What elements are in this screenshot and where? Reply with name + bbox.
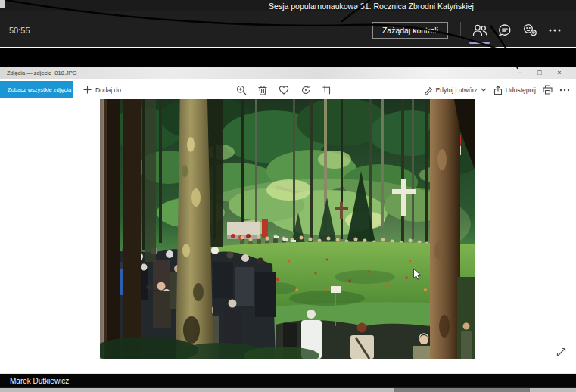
meeting-timer: 50:55 bbox=[9, 26, 30, 35]
photos-titlebar[interactable]: Zdjęcia — zdjecie_018.JPG − □ × bbox=[0, 67, 576, 79]
meeting-titlebar: Sesja popularnonaukowa 81. Rocznica Zbro… bbox=[0, 0, 576, 11]
toolbar-divider bbox=[460, 22, 461, 39]
chevron-down-icon bbox=[481, 88, 487, 92]
favorite-button[interactable] bbox=[279, 85, 289, 95]
restore-button[interactable]: □ bbox=[530, 67, 550, 79]
zoom-in-button[interactable] bbox=[236, 85, 247, 95]
bottom-edge-segment bbox=[394, 388, 530, 392]
share-button[interactable]: Udostępnij bbox=[493, 86, 536, 95]
add-to-button[interactable]: Dodaj do bbox=[83, 81, 121, 98]
edit-icon bbox=[424, 86, 433, 95]
window-bottom-edge bbox=[0, 387, 576, 392]
edit-create-button[interactable]: Edytuj i utwórz bbox=[424, 86, 487, 95]
reactions-button[interactable] bbox=[517, 15, 542, 45]
rotate-icon bbox=[300, 85, 311, 95]
shared-screen-letterbox bbox=[0, 47, 576, 67]
more-button[interactable] bbox=[559, 89, 570, 92]
people-icon bbox=[472, 23, 488, 38]
share-label: Udostępnij bbox=[506, 86, 536, 94]
more-icon bbox=[559, 89, 570, 92]
crop-icon bbox=[322, 85, 332, 95]
edit-create-label: Edytuj i utwórz bbox=[436, 86, 478, 94]
plus-icon bbox=[83, 86, 92, 94]
presenter-name: Marek Dutkiewicz bbox=[10, 377, 69, 385]
see-all-photos-button[interactable]: Zobacz wszystkie zdjęcia bbox=[0, 81, 73, 98]
add-to-label: Dodaj do bbox=[95, 86, 121, 94]
photos-window-title: Zdjęcia — zdjecie_018.JPG bbox=[7, 70, 77, 76]
see-all-photos-label: Zobacz wszystkie zdjęcia bbox=[8, 86, 71, 93]
photo-canvas bbox=[0, 99, 576, 373]
print-button[interactable] bbox=[543, 85, 553, 95]
participants-button[interactable] bbox=[467, 15, 492, 45]
print-icon bbox=[543, 85, 553, 95]
delete-button[interactable] bbox=[258, 85, 267, 95]
favorite-icon bbox=[279, 85, 289, 95]
request-control-button[interactable]: Zażądaj kontroli bbox=[372, 22, 448, 39]
more-options-button[interactable] bbox=[542, 15, 567, 45]
presenter-bar: Marek Dutkiewicz bbox=[0, 373, 576, 387]
minimize-button[interactable]: − bbox=[510, 67, 530, 79]
photos-toolbar: Zobacz wszystkie zdjęcia Dodaj do bbox=[0, 79, 576, 99]
fullscreen-icon[interactable] bbox=[556, 347, 567, 358]
reactions-icon bbox=[522, 23, 538, 38]
delete-icon bbox=[258, 85, 267, 95]
zoom-in-icon bbox=[236, 85, 247, 95]
meeting-toolbar: 50:55 Zażądaj kontroli bbox=[0, 11, 576, 48]
chat-button[interactable] bbox=[492, 15, 517, 45]
teams-meeting-window: Sesja popularnonaukowa 81. Rocznica Zbro… bbox=[0, 0, 576, 392]
crop-button[interactable] bbox=[322, 85, 332, 95]
close-button[interactable]: × bbox=[550, 67, 569, 79]
share-icon bbox=[493, 86, 503, 95]
photos-app-window: Zdjęcia — zdjecie_018.JPG − □ × Zobacz w… bbox=[0, 67, 576, 373]
chat-bubble-icon bbox=[497, 23, 512, 38]
meeting-title: Sesja popularnonaukowa 81. Rocznica Zbro… bbox=[269, 2, 474, 11]
corner-artifact bbox=[0, 0, 5, 8]
rotate-button[interactable] bbox=[300, 85, 311, 95]
shared-photo[interactable] bbox=[100, 99, 475, 359]
ellipsis-icon bbox=[548, 28, 562, 33]
